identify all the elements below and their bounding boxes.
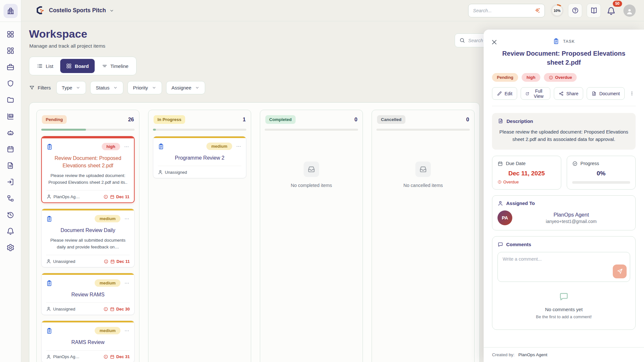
document-icon — [498, 118, 504, 124]
edit-button[interactable]: Edit — [492, 87, 517, 100]
card-title[interactable]: Review RAMS — [46, 291, 130, 298]
priority-badge: high — [102, 143, 120, 150]
chevron-down-icon — [113, 85, 118, 90]
overdue-badge: Overdue — [544, 73, 577, 82]
sidebar-item-import[interactable] — [6, 178, 15, 186]
filter-status[interactable]: Status — [90, 81, 123, 94]
tab-board[interactable]: Board — [60, 59, 94, 73]
help-icon — [572, 7, 579, 14]
sidebar-item-workflows[interactable] — [6, 194, 15, 202]
global-search[interactable] — [468, 4, 545, 17]
sidebar-item-security[interactable] — [6, 79, 15, 88]
assigned-heading: Assigned To — [506, 200, 535, 206]
project-name: Costello Sports Pitch — [49, 7, 106, 14]
help-button[interactable] — [568, 4, 582, 18]
sidebar-item-projects[interactable] — [6, 63, 15, 71]
filter-priority[interactable]: Priority — [128, 81, 162, 94]
card-menu-button[interactable] — [124, 144, 129, 150]
sidebar-item-workspace-active[interactable] — [4, 4, 18, 18]
column-status-pill: Pending — [42, 115, 67, 124]
progress-track — [572, 181, 630, 184]
usage-progress-ring[interactable]: 10% — [551, 4, 564, 17]
priority-badge: high — [522, 73, 540, 82]
calendar-icon — [110, 194, 115, 199]
column-in-progress: In Progress 1 medium Programme Review 2 … — [148, 110, 251, 362]
sidebar-item-reports[interactable] — [6, 112, 15, 120]
filter-assignee[interactable]: Assignee — [166, 81, 205, 94]
overdue-alert-icon — [103, 194, 108, 199]
inbox-icon — [304, 162, 319, 177]
card-menu-button[interactable] — [124, 328, 130, 334]
created-by-label: Created by: — [492, 352, 515, 357]
task-card[interactable]: medium RAMS Review PlanOps Ag… Dec 31 — [41, 320, 135, 362]
task-type-icon — [46, 280, 52, 286]
description-heading: Description — [507, 118, 533, 124]
notifications-button[interactable]: 50 — [607, 5, 618, 16]
column-count: 0 — [355, 116, 357, 123]
external-link-icon — [526, 91, 529, 96]
task-badges: Pending high Overdue — [492, 73, 636, 82]
card-title[interactable]: RAMS Review — [46, 339, 130, 346]
assigned-to-section: Assigned To PA PlanOps Agent ianyeo+test… — [492, 195, 636, 230]
overdue-alert-icon — [103, 354, 108, 359]
card-title[interactable]: Programme Review 2 — [158, 154, 242, 162]
card-menu-button[interactable] — [124, 216, 130, 222]
docs-button[interactable] — [587, 4, 601, 18]
global-search-input[interactable] — [473, 8, 534, 13]
card-description: Please review the uploaded document: Pro… — [46, 172, 129, 186]
task-card[interactable]: high Review Document: Proposed Elevation… — [41, 136, 135, 203]
task-actions: Edit Full View Share Document — [492, 87, 636, 106]
project-switcher[interactable]: Costello Sports Pitch — [49, 7, 114, 14]
sidebar-item-settings[interactable] — [6, 243, 15, 252]
tab-list[interactable]: List — [31, 59, 59, 73]
due-date-card: Due Date Dec 11, 2025 Overdue — [492, 156, 561, 190]
sidebar-item-calendar[interactable] — [6, 145, 15, 153]
task-card[interactable]: medium Document Review Daily Please revi… — [41, 209, 135, 267]
filters-label: Filters — [29, 85, 51, 91]
document-button[interactable]: Document — [587, 87, 625, 100]
sidebar-item-assistant[interactable] — [6, 128, 15, 137]
task-card[interactable]: medium Programme Review 2 Unassigned — [153, 136, 246, 178]
sidebar-item-notifications[interactable] — [6, 227, 15, 235]
task-type-icon — [46, 144, 53, 150]
task-card[interactable]: medium Review RAMS Unassigned Dec 30 — [41, 273, 135, 315]
send-comment-button[interactable] — [613, 265, 627, 278]
sidebar-item-files[interactable] — [6, 96, 15, 104]
full-view-button[interactable]: Full View — [521, 87, 550, 100]
share-icon — [559, 91, 564, 96]
ai-sparkle-icon[interactable] — [534, 7, 541, 14]
inbox-icon — [415, 162, 431, 177]
empty-state-text: No cancelled items — [403, 183, 443, 188]
task-type-row: TASK — [492, 38, 636, 45]
card-assignee: Unassigned — [165, 170, 187, 175]
card-assignee: Unassigned — [53, 259, 75, 264]
sidebar-item-history[interactable] — [6, 210, 15, 219]
share-button[interactable]: Share — [554, 87, 583, 100]
sidebar-item-dashboard[interactable] — [6, 30, 15, 38]
description-section: Description Please review the uploaded d… — [492, 113, 636, 150]
card-due-date: Dec 11 — [104, 259, 130, 264]
column-progress-track — [41, 129, 135, 131]
tab-timeline[interactable]: Timeline — [96, 59, 134, 73]
sidebar-item-boards[interactable] — [6, 46, 15, 55]
more-actions-button[interactable] — [628, 88, 636, 100]
task-title: Review Document: Proposed Elevations she… — [492, 49, 636, 67]
pencil-icon — [497, 91, 502, 96]
priority-badge: medium — [95, 327, 120, 334]
card-title[interactable]: Document Review Daily — [46, 227, 130, 234]
task-type-icon — [46, 328, 52, 334]
sidebar-item-documents[interactable] — [6, 161, 15, 170]
user-avatar[interactable] — [623, 5, 636, 17]
card-menu-button[interactable] — [236, 144, 242, 149]
card-title[interactable]: Review Document: Proposed Elevations she… — [46, 154, 129, 169]
sidebar-divider — [0, 22, 21, 22]
column-pending: Pending 26 high Review Document: Propose… — [36, 110, 139, 362]
comment-input[interactable] — [497, 252, 630, 282]
view-switcher: List Board Timeline — [29, 57, 137, 75]
filter-type[interactable]: Type — [56, 81, 86, 94]
notification-count-badge: 50 — [613, 1, 622, 7]
column-progress-track — [153, 129, 246, 131]
overdue-alert-icon — [104, 259, 109, 264]
close-icon[interactable] — [491, 39, 498, 46]
card-menu-button[interactable] — [124, 280, 130, 286]
